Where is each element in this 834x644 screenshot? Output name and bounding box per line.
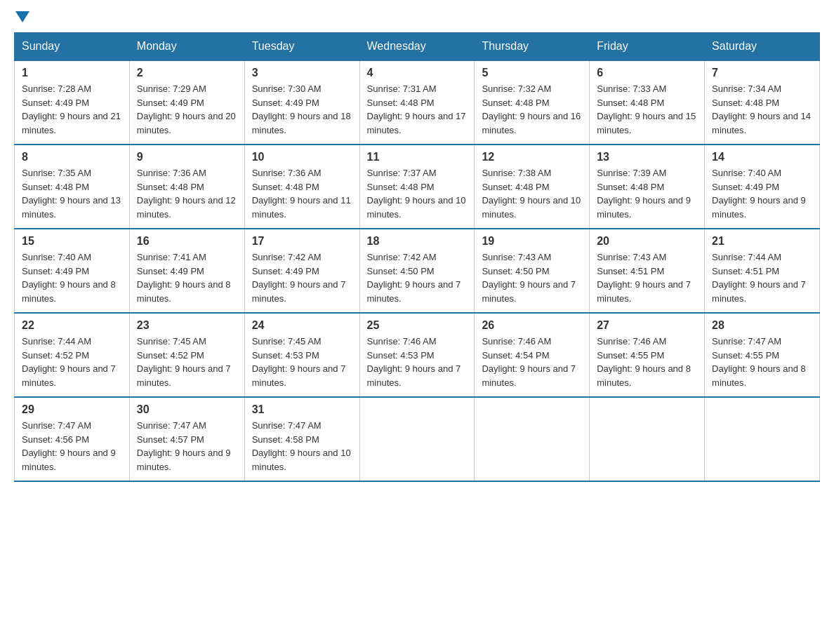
day-number: 4 [367,67,468,79]
day-number: 18 [367,235,468,248]
day-number: 12 [482,151,582,163]
day-info: Sunrise: 7:47 AMSunset: 4:58 PMDaylight:… [252,420,351,472]
day-number: 20 [597,235,697,248]
day-number: 17 [252,235,352,248]
header-monday: Monday [129,33,244,61]
day-info: Sunrise: 7:44 AMSunset: 4:52 PMDaylight:… [22,336,116,388]
day-info: Sunrise: 7:35 AMSunset: 4:48 PMDaylight:… [22,168,121,220]
week-row-4: 22 Sunrise: 7:44 AMSunset: 4:52 PMDaylig… [15,313,820,397]
day-number: 31 [252,403,352,416]
day-cell-24: 24 Sunrise: 7:45 AMSunset: 4:53 PMDaylig… [244,313,359,397]
day-number: 3 [252,67,352,79]
day-cell-15: 15 Sunrise: 7:40 AMSunset: 4:49 PMDaylig… [15,229,130,313]
day-number: 30 [137,403,237,416]
day-info: Sunrise: 7:46 AMSunset: 4:54 PMDaylight:… [482,336,576,388]
day-number: 10 [252,151,352,163]
day-number: 29 [22,403,122,416]
day-cell-30: 30 Sunrise: 7:47 AMSunset: 4:57 PMDaylig… [129,397,244,481]
day-info: Sunrise: 7:31 AMSunset: 4:48 PMDaylight:… [367,83,466,135]
logo [14,14,29,25]
day-info: Sunrise: 7:37 AMSunset: 4:48 PMDaylight:… [367,168,466,220]
header-tuesday: Tuesday [244,33,359,61]
day-cell-5: 5 Sunrise: 7:32 AMSunset: 4:48 PMDayligh… [475,60,590,145]
header-saturday: Saturday [705,33,820,61]
day-info: Sunrise: 7:36 AMSunset: 4:48 PMDaylight:… [252,168,351,220]
day-number: 9 [137,151,237,163]
week-row-3: 15 Sunrise: 7:40 AMSunset: 4:49 PMDaylig… [15,229,820,313]
day-number: 27 [597,319,697,332]
day-info: Sunrise: 7:46 AMSunset: 4:55 PMDaylight:… [597,336,691,388]
day-info: Sunrise: 7:40 AMSunset: 4:49 PMDaylight:… [22,252,116,304]
header-wednesday: Wednesday [359,33,475,61]
day-cell-13: 13 Sunrise: 7:39 AMSunset: 4:48 PMDaylig… [590,145,705,229]
day-info: Sunrise: 7:39 AMSunset: 4:48 PMDaylight:… [597,168,691,220]
day-info: Sunrise: 7:45 AMSunset: 4:53 PMDaylight:… [252,336,346,388]
day-number: 23 [137,319,237,332]
week-row-1: 1 Sunrise: 7:28 AMSunset: 4:49 PMDayligh… [15,60,820,145]
calendar-header-row: SundayMondayTuesdayWednesdayThursdayFrid… [15,33,820,61]
empty-cell [590,397,705,481]
day-info: Sunrise: 7:30 AMSunset: 4:49 PMDaylight:… [252,83,351,135]
day-number: 2 [137,67,237,79]
day-number: 6 [597,67,697,79]
day-cell-17: 17 Sunrise: 7:42 AMSunset: 4:49 PMDaylig… [244,229,359,313]
day-cell-1: 1 Sunrise: 7:28 AMSunset: 4:49 PMDayligh… [15,60,130,145]
day-cell-16: 16 Sunrise: 7:41 AMSunset: 4:49 PMDaylig… [129,229,244,313]
day-info: Sunrise: 7:44 AMSunset: 4:51 PMDaylight:… [712,252,806,304]
week-row-2: 8 Sunrise: 7:35 AMSunset: 4:48 PMDayligh… [15,145,820,229]
day-cell-28: 28 Sunrise: 7:47 AMSunset: 4:55 PMDaylig… [705,313,820,397]
day-number: 14 [712,151,812,163]
day-cell-2: 2 Sunrise: 7:29 AMSunset: 4:49 PMDayligh… [129,60,244,145]
day-number: 13 [597,151,697,163]
day-number: 25 [367,319,468,332]
day-number: 19 [482,235,582,248]
day-info: Sunrise: 7:47 AMSunset: 4:56 PMDaylight:… [22,420,116,472]
day-info: Sunrise: 7:40 AMSunset: 4:49 PMDaylight:… [712,168,806,220]
day-cell-12: 12 Sunrise: 7:38 AMSunset: 4:48 PMDaylig… [475,145,590,229]
day-cell-8: 8 Sunrise: 7:35 AMSunset: 4:48 PMDayligh… [15,145,130,229]
empty-cell [359,397,475,481]
logo-triangle-icon [15,11,29,22]
day-cell-20: 20 Sunrise: 7:43 AMSunset: 4:51 PMDaylig… [590,229,705,313]
day-cell-9: 9 Sunrise: 7:36 AMSunset: 4:48 PMDayligh… [129,145,244,229]
day-cell-3: 3 Sunrise: 7:30 AMSunset: 4:49 PMDayligh… [244,60,359,145]
day-number: 24 [252,319,352,332]
day-number: 28 [712,319,812,332]
day-cell-11: 11 Sunrise: 7:37 AMSunset: 4:48 PMDaylig… [359,145,475,229]
day-cell-27: 27 Sunrise: 7:46 AMSunset: 4:55 PMDaylig… [590,313,705,397]
day-info: Sunrise: 7:29 AMSunset: 4:49 PMDaylight:… [137,83,236,135]
day-cell-26: 26 Sunrise: 7:46 AMSunset: 4:54 PMDaylig… [475,313,590,397]
day-info: Sunrise: 7:43 AMSunset: 4:51 PMDaylight:… [597,252,691,304]
day-info: Sunrise: 7:36 AMSunset: 4:48 PMDaylight:… [137,168,236,220]
day-info: Sunrise: 7:38 AMSunset: 4:48 PMDaylight:… [482,168,581,220]
header-sunday: Sunday [15,33,130,61]
day-number: 22 [22,319,122,332]
day-number: 16 [137,235,237,248]
day-cell-19: 19 Sunrise: 7:43 AMSunset: 4:50 PMDaylig… [475,229,590,313]
day-info: Sunrise: 7:47 AMSunset: 4:55 PMDaylight:… [712,336,806,388]
day-info: Sunrise: 7:34 AMSunset: 4:48 PMDaylight:… [712,83,811,135]
day-number: 26 [482,319,582,332]
week-row-5: 29 Sunrise: 7:47 AMSunset: 4:56 PMDaylig… [15,397,820,481]
day-number: 5 [482,67,582,79]
day-cell-22: 22 Sunrise: 7:44 AMSunset: 4:52 PMDaylig… [15,313,130,397]
day-number: 1 [22,67,122,79]
day-cell-25: 25 Sunrise: 7:46 AMSunset: 4:53 PMDaylig… [359,313,475,397]
day-number: 15 [22,235,122,248]
day-info: Sunrise: 7:42 AMSunset: 4:50 PMDaylight:… [367,252,461,304]
day-cell-23: 23 Sunrise: 7:45 AMSunset: 4:52 PMDaylig… [129,313,244,397]
day-cell-7: 7 Sunrise: 7:34 AMSunset: 4:48 PMDayligh… [705,60,820,145]
calendar-table: SundayMondayTuesdayWednesdayThursdayFrid… [14,32,820,482]
empty-cell [705,397,820,481]
header-friday: Friday [590,33,705,61]
day-info: Sunrise: 7:33 AMSunset: 4:48 PMDaylight:… [597,83,696,135]
day-cell-18: 18 Sunrise: 7:42 AMSunset: 4:50 PMDaylig… [359,229,475,313]
day-number: 11 [367,151,468,163]
day-info: Sunrise: 7:41 AMSunset: 4:49 PMDaylight:… [137,252,231,304]
day-info: Sunrise: 7:47 AMSunset: 4:57 PMDaylight:… [137,420,231,472]
day-cell-10: 10 Sunrise: 7:36 AMSunset: 4:48 PMDaylig… [244,145,359,229]
day-info: Sunrise: 7:28 AMSunset: 4:49 PMDaylight:… [22,83,121,135]
day-number: 21 [712,235,812,248]
day-info: Sunrise: 7:46 AMSunset: 4:53 PMDaylight:… [367,336,461,388]
day-info: Sunrise: 7:45 AMSunset: 4:52 PMDaylight:… [137,336,231,388]
